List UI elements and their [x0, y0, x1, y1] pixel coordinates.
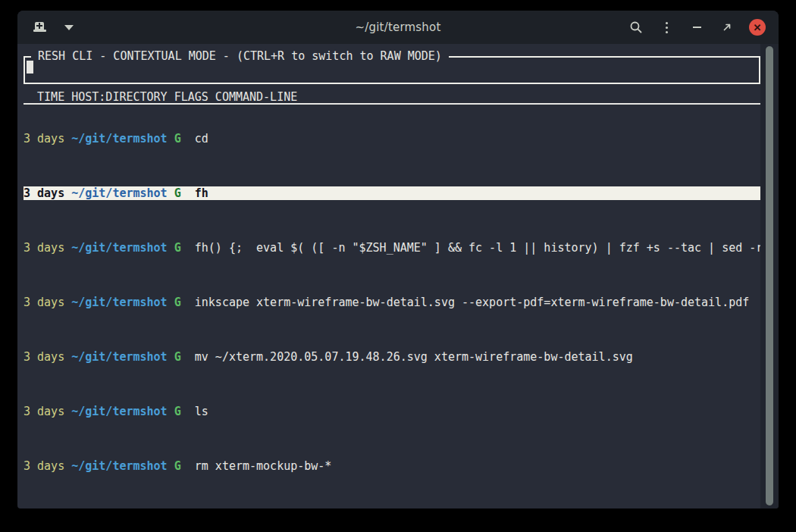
- search-icon: [629, 20, 643, 34]
- row-flags: G: [174, 241, 181, 255]
- close-button[interactable]: ✕: [747, 17, 768, 38]
- history-row[interactable]: 3 days ~/git/termshot G mv ~/xterm.2020.…: [24, 350, 760, 364]
- text-cursor: [27, 61, 33, 74]
- row-time: 3 days: [24, 132, 64, 146]
- row-flags: G: [174, 405, 181, 418]
- titlebar: ~/git/termshot ✕: [17, 11, 779, 44]
- menu-button[interactable]: [656, 17, 677, 38]
- row-flags: G: [174, 186, 181, 200]
- row-command: rm xterm-mockup-bw-*: [195, 459, 332, 473]
- restore-button[interactable]: [716, 17, 738, 38]
- row-host-directory: ~/git/termshot: [71, 132, 167, 146]
- new-tab-icon: [33, 21, 48, 33]
- close-icon: ✕: [749, 19, 766, 36]
- row-time: 3 days: [24, 241, 64, 255]
- row-command: fh: [195, 186, 208, 200]
- resh-mode-title: RESH CLI - CONTEXTUAL MODE - (CTRL+R to …: [31, 49, 449, 63]
- history-row[interactable]: 3 days ~/git/termshot G cd: [24, 132, 760, 146]
- row-time: 3 days: [24, 459, 64, 473]
- row-host-directory: ~/git/termshot: [71, 350, 167, 364]
- row-time: 3 days: [24, 296, 64, 309]
- row-time: 3 days: [24, 186, 64, 200]
- chevron-down-icon: [64, 25, 74, 30]
- search-button[interactable]: [625, 17, 647, 38]
- history-table-header: TIME HOST:DIRECTORY FLAGS COMMAND-LINE: [24, 91, 760, 105]
- row-host-directory: ~/git/termshot: [71, 186, 167, 200]
- row-time: 3 days: [24, 350, 64, 364]
- minimize-button[interactable]: [686, 17, 707, 38]
- terminal-screen: RESH CLI - CONTEXTUAL MODE - (CTRL+R to …: [17, 44, 779, 509]
- history-row[interactable]: 3 days ~/git/termshot G fh: [24, 186, 760, 200]
- history-list: 3 days ~/git/termshot G cd 3 days ~/git/…: [24, 105, 760, 509]
- row-time: 3 days: [24, 405, 64, 418]
- terminal-window: ~/git/termshot ✕: [17, 11, 779, 509]
- kebab-menu-icon: [666, 22, 668, 33]
- history-row[interactable]: 3 days ~/git/termshot G fh() {; eval $( …: [24, 241, 760, 255]
- row-command: mv ~/xterm.2020.05.07.19.48.26.svg xterm…: [195, 350, 633, 364]
- resh-search-box[interactable]: RESH CLI - CONTEXTUAL MODE - (CTRL+R to …: [24, 56, 760, 84]
- row-host-directory: ~/git/termshot: [71, 459, 167, 473]
- restore-icon: [722, 22, 732, 33]
- row-flags: G: [174, 132, 181, 146]
- row-host-directory: ~/git/termshot: [71, 296, 167, 309]
- scrollbar-track[interactable]: [760, 44, 779, 509]
- row-flags: G: [174, 296, 181, 309]
- row-command: fh() {; eval $( ([ -n "$ZSH_NAME" ] && f…: [195, 241, 760, 255]
- row-command: cd: [195, 132, 208, 146]
- tab-dropdown-button[interactable]: [58, 17, 80, 38]
- history-row[interactable]: 3 days ~/git/termshot G rm xterm-mockup-…: [24, 459, 760, 473]
- row-flags: G: [174, 350, 181, 364]
- history-row[interactable]: 3 days ~/git/termshot G inkscape xterm-w…: [24, 296, 760, 309]
- scrollbar-thumb[interactable]: [766, 46, 773, 505]
- row-host-directory: ~/git/termshot: [71, 241, 167, 255]
- row-command: inkscape xterm-wireframe-bw-detail.svg -…: [195, 296, 750, 309]
- new-tab-button[interactable]: [30, 17, 51, 38]
- history-row[interactable]: 3 days ~/git/termshot G ls: [24, 405, 760, 418]
- minimize-icon: [693, 27, 701, 28]
- row-host-directory: ~/git/termshot: [71, 405, 167, 418]
- row-command: ls: [195, 405, 208, 418]
- row-flags: G: [174, 459, 181, 473]
